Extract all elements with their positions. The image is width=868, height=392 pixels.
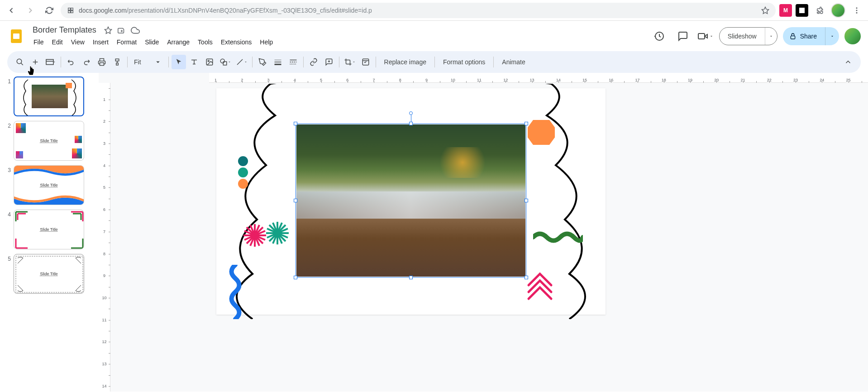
comment-button[interactable] [322,55,336,69]
redo-button[interactable] [79,55,94,69]
address-bar[interactable]: docs.google.com/presentation/d/1LXsnDNPn… [61,3,776,18]
slide-thumbnail-3[interactable]: Slide Title [14,165,84,205]
slide-canvas[interactable] [216,88,606,315]
history-button[interactable] [650,27,668,45]
svg-rect-11 [791,36,795,39]
menu-view[interactable]: View [67,37,88,48]
cloud-status-icon[interactable] [131,26,140,35]
svg-point-5 [856,10,858,11]
share-button[interactable]: Share [783,27,839,45]
bookmark-star-icon[interactable] [761,6,769,14]
app-header: Border Templates File Edit View Insert F… [0,21,868,48]
decoration-starburst [243,224,266,247]
resize-handle[interactable] [294,276,297,279]
extension-icon-2[interactable] [796,4,808,17]
svg-rect-0 [68,8,71,10]
menu-format[interactable]: Format [113,37,140,48]
image-tool[interactable] [202,55,217,69]
meet-button[interactable] [697,27,714,45]
forward-button[interactable] [23,3,38,18]
url-text: docs.google.com/presentation/d/1LXsnDNPn… [79,7,757,14]
collapse-toolbar-button[interactable] [841,55,855,69]
resize-handle[interactable] [525,199,528,202]
svg-point-6 [856,12,858,13]
decoration-blob [528,120,555,145]
border-dash-button[interactable] [286,55,300,69]
new-slide-button[interactable] [28,55,43,69]
decoration-circle [238,167,248,177]
browser-profile-avatar[interactable] [831,3,845,18]
document-title[interactable]: Border Templates [30,24,99,36]
print-button[interactable] [95,55,109,69]
browser-menu-button[interactable] [849,3,864,18]
decoration-chevron [524,272,556,303]
border-weight-button[interactable] [271,55,285,69]
toolbar: Fit Replace image Format options Animate [7,51,861,73]
slide-thumbnail-4[interactable]: Slide Title [14,210,84,249]
slide-thumbnail-5[interactable]: Slide Title [14,254,84,294]
menu-edit[interactable]: Edit [48,37,67,48]
svg-point-16 [208,60,209,62]
resize-handle[interactable] [294,122,297,125]
new-slide-layout-button[interactable] [43,55,58,69]
resize-handle[interactable] [409,276,413,279]
animate-button[interactable]: Animate [496,58,530,66]
undo-button[interactable] [64,55,78,69]
crop-button[interactable] [342,55,358,69]
canvas-area[interactable]: 1234567891011121314151617181920212223242… [99,73,868,392]
selected-image[interactable] [296,124,526,277]
textbox-tool[interactable] [187,55,201,69]
decoration-circle [238,156,248,166]
rotate-handle[interactable] [409,111,413,115]
resize-handle[interactable] [525,122,528,125]
search-menus-button[interactable] [13,55,27,69]
menu-slide[interactable]: Slide [141,37,162,48]
svg-point-12 [17,59,22,64]
menu-file[interactable]: File [30,37,48,48]
line-tool[interactable] [234,55,249,69]
slideshow-button[interactable]: Slideshow [719,27,777,45]
extensions-button[interactable] [812,3,827,18]
menu-bar: File Edit View Insert Format Slide Arran… [30,36,646,48]
shape-tool[interactable] [218,55,233,69]
resize-handle[interactable] [294,199,297,202]
decoration-wave [228,265,243,319]
slide-number: 3 [3,165,11,173]
move-icon[interactable] [117,26,126,35]
resize-handle[interactable] [525,276,528,279]
border-color-button[interactable] [255,55,270,69]
back-button[interactable] [4,3,19,18]
format-options-button[interactable]: Format options [438,58,491,66]
menu-help[interactable]: Help [256,37,277,48]
decoration-circle [238,179,248,189]
image-content [296,124,525,277]
reload-button[interactable] [42,3,57,18]
resize-handle[interactable] [409,122,413,125]
replace-image-button[interactable]: Replace image [379,58,432,66]
account-avatar[interactable] [844,28,861,44]
slide-number: 2 [3,121,11,129]
share-dropdown[interactable] [825,27,839,45]
slide-thumbnail-2[interactable]: Slide Title [14,121,84,161]
decoration-starburst [266,222,289,244]
zoom-selector[interactable]: Fit [130,58,166,66]
slides-logo[interactable] [7,27,25,45]
menu-tools[interactable]: Tools [194,37,216,48]
svg-rect-1 [71,8,73,10]
select-tool[interactable] [172,55,186,69]
slide-panel[interactable]: 1 2 Slide Title 3 Slide Title 4 [0,73,99,392]
site-info-icon[interactable] [67,7,74,14]
menu-extensions[interactable]: Extensions [217,37,255,48]
comments-button[interactable] [674,27,692,45]
slideshow-dropdown[interactable] [765,32,777,40]
paint-format-button[interactable] [110,55,124,69]
svg-rect-8 [13,33,19,39]
link-button[interactable] [306,55,321,69]
svg-rect-26 [16,256,83,292]
reset-image-button[interactable] [358,55,373,69]
star-icon[interactable] [104,26,113,35]
menu-insert[interactable]: Insert [89,37,112,48]
extension-icon-1[interactable]: M [779,4,792,17]
menu-arrange[interactable]: Arrange [163,37,193,48]
slide-thumbnail-1[interactable] [14,76,84,116]
